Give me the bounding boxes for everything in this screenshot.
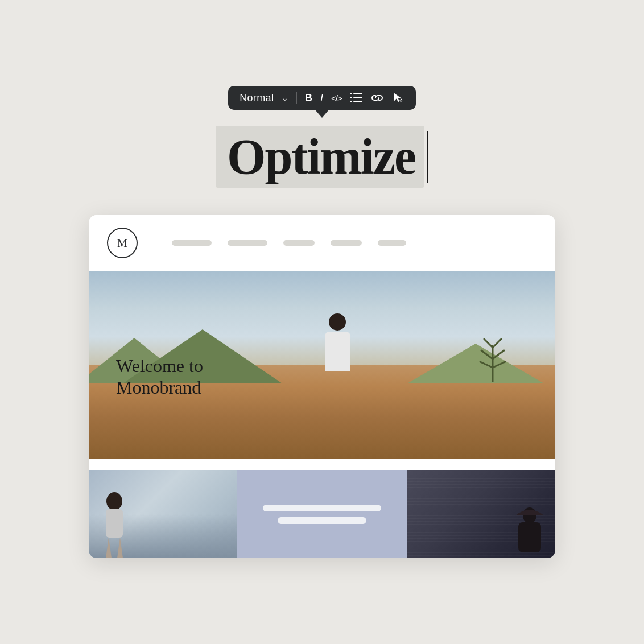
placeholder-line-2 <box>278 517 366 524</box>
svg-rect-3 <box>353 97 362 98</box>
text-style-label: Normal <box>240 92 274 104</box>
nav-item-2[interactable] <box>228 240 267 246</box>
text-edit-area: Optimize <box>216 126 428 188</box>
text-cursor <box>427 131 428 183</box>
svg-rect-7 <box>106 509 123 538</box>
scene: Normal ⌄ B I </> <box>89 86 555 558</box>
bottom-image-2 <box>237 470 407 558</box>
nav-item-5[interactable] <box>378 240 406 246</box>
person-body <box>325 332 350 371</box>
svg-rect-9 <box>518 522 541 552</box>
svg-rect-5 <box>353 101 362 102</box>
person-head <box>329 313 346 331</box>
formatting-toolbar: Normal ⌄ B I </> <box>228 86 416 110</box>
code-button[interactable]: </> <box>331 94 342 102</box>
cursor-button[interactable] <box>392 92 404 104</box>
nav-item-1[interactable] <box>172 240 212 246</box>
nav-item-3[interactable] <box>283 240 315 246</box>
link-button[interactable] <box>370 93 384 102</box>
svg-point-6 <box>106 492 122 510</box>
toolbar-arrow <box>315 110 329 118</box>
editable-text[interactable]: Optimize <box>216 126 424 188</box>
hero-person <box>312 313 363 387</box>
website-mockup-card: M <box>89 215 555 558</box>
svg-rect-2 <box>350 97 352 98</box>
bottom-image-1 <box>89 470 237 558</box>
placeholder-line-1 <box>263 505 381 511</box>
bold-button[interactable]: B <box>305 93 312 103</box>
hero-section: Welcome to Monobrand <box>89 271 555 459</box>
svg-rect-1 <box>353 93 362 94</box>
logo: M <box>107 228 138 258</box>
hero-text: Welcome to Monobrand <box>116 355 203 399</box>
chevron-down-icon[interactable]: ⌄ <box>282 93 288 102</box>
nav-links <box>160 240 537 246</box>
toolbar-divider-1 <box>296 92 297 104</box>
nav-bar: M <box>89 215 555 271</box>
hero-background: Welcome to Monobrand <box>89 271 555 459</box>
svg-rect-4 <box>350 101 352 102</box>
nav-item-4[interactable] <box>331 240 362 246</box>
bottom-image-strip <box>89 470 555 558</box>
spiky-plant <box>476 336 510 387</box>
list-button[interactable] <box>350 93 362 103</box>
italic-button[interactable]: I <box>320 93 323 103</box>
bottom-image-3 <box>407 470 555 558</box>
bottom-section <box>89 459 555 558</box>
hero-title: Welcome to Monobrand <box>116 355 203 399</box>
svg-rect-0 <box>350 93 352 94</box>
logo-letter: M <box>117 237 127 250</box>
